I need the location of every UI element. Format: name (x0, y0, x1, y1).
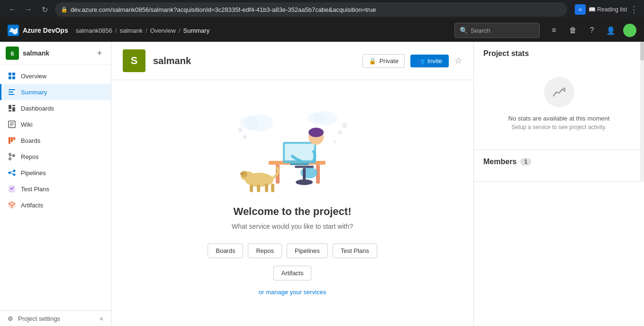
svg-point-18 (9, 153, 11, 155)
sidebar-item-boards[interactable]: Boards (0, 132, 111, 149)
svg-rect-47 (295, 166, 314, 168)
browser-nav-buttons: ← → ↻ (6, 3, 51, 16)
breadcrumb-project[interactable]: salmank (120, 27, 143, 34)
breadcrumb-org[interactable]: salmank0856 (76, 27, 112, 34)
svg-rect-15 (9, 137, 10, 144)
svg-rect-8 (9, 105, 11, 109)
members-label: Members (483, 158, 517, 166)
invite-icon: 👥 (417, 57, 425, 65)
forward-button[interactable]: → (22, 3, 35, 16)
sidebar-item-artifacts[interactable]: Artifacts (0, 197, 111, 213)
sidebar-item-summary[interactable]: Summary (0, 84, 111, 100)
main-layout: s salmank + Overview Summary (0, 42, 644, 326)
project-settings-label: Project settings (18, 315, 60, 322)
project-name-label: salmank (23, 49, 90, 57)
collapse-icon[interactable]: « (100, 315, 103, 322)
sidebar-item-repos[interactable]: Repos (0, 149, 111, 165)
search-box[interactable]: 🔍 Search (454, 23, 540, 38)
add-project-button[interactable]: + (94, 47, 105, 59)
svg-point-42 (240, 172, 244, 175)
manage-services-link[interactable]: or manage your services (259, 289, 326, 296)
svg-rect-5 (9, 89, 15, 90)
sidebar-item-label-wiki: Wiki (21, 121, 33, 128)
svg-rect-11 (12, 105, 15, 106)
browser-menu-button[interactable]: ⋮ (630, 4, 638, 15)
welcome-illustration (221, 99, 363, 194)
reload-button[interactable]: ↻ (38, 3, 51, 16)
address-bar[interactable]: 🔒 dev.azure.com/salmank0856/salmank?acqu… (55, 2, 567, 17)
project-stats-section: Project stats No stats are available at … (474, 42, 644, 150)
pipelines-service-button[interactable]: Pipelines (287, 243, 328, 258)
dashboards-icon (8, 104, 16, 112)
avatar[interactable] (623, 24, 636, 37)
breadcrumb: salmank0856 / salmank / Overview / Summa… (76, 27, 447, 34)
help-icon[interactable]: ? (585, 24, 599, 37)
svg-rect-34 (285, 144, 314, 160)
sidebar-item-label-dashboards: Dashboards (21, 105, 54, 112)
extensions-button[interactable]: » (575, 4, 586, 15)
invite-button[interactable]: 👥 Invite (410, 55, 449, 67)
azure-devops-logo[interactable]: Azure DevOps (8, 25, 68, 36)
svg-point-51 (342, 122, 347, 128)
artifacts-service-button[interactable]: Artifacts (273, 266, 312, 280)
project-avatar: s (6, 47, 19, 60)
main-content: S salmank 🔒 Private 👥 Invite ☆ (111, 42, 473, 326)
project-settings-button[interactable]: ⚙ Project settings « (0, 310, 111, 326)
back-button[interactable]: ← (6, 3, 19, 16)
svg-rect-43 (250, 185, 253, 192)
svg-rect-16 (11, 137, 13, 142)
sidebar-item-dashboards[interactable]: Dashboards (0, 100, 111, 116)
scrollbar-thumb[interactable] (640, 42, 644, 61)
gear-icon: ⚙ (8, 315, 13, 322)
svg-rect-7 (9, 94, 14, 95)
illustration-svg (221, 99, 363, 194)
svg-line-24 (10, 171, 13, 172)
svg-point-38 (308, 128, 324, 137)
star-button[interactable]: ☆ (454, 56, 462, 66)
notifications-icon[interactable]: ≡ (547, 24, 561, 37)
svg-line-25 (10, 173, 13, 174)
svg-rect-2 (12, 73, 15, 75)
svg-point-54 (238, 128, 243, 132)
sidebar-item-wiki[interactable]: Wiki (0, 116, 111, 132)
svg-rect-44 (257, 185, 260, 192)
reading-list-btn[interactable]: 📖 Reading list (589, 6, 627, 13)
sidebar-nav: Overview Summary Dashboards (0, 65, 111, 310)
browser-chrome: ← → ↻ 🔒 dev.azure.com/salmank0856/salman… (0, 0, 644, 19)
sidebar-item-label-boards: Boards (21, 137, 40, 144)
test-plans-service-button[interactable]: Test Plans (333, 243, 377, 258)
overview-icon (8, 72, 16, 80)
invite-label: Invite (427, 57, 442, 65)
browser-right-controls: » 📖 Reading list ⋮ (575, 4, 638, 15)
svg-point-22 (13, 170, 16, 172)
search-placeholder: Search (471, 27, 490, 34)
sidebar-item-test-plans[interactable]: Test Plans (0, 181, 111, 197)
sidebar-item-label-repos: Repos (21, 153, 39, 160)
account-icon[interactable]: 👤 (604, 24, 617, 37)
breadcrumb-overview[interactable]: Overview (150, 27, 176, 34)
basket-icon[interactable]: 🗑 (566, 24, 580, 37)
wiki-icon (8, 120, 16, 129)
service-buttons-row2: Artifacts (123, 266, 462, 280)
private-button[interactable]: 🔒 Private (363, 54, 404, 68)
svg-rect-17 (13, 137, 15, 140)
azure-devops-icon (8, 25, 19, 36)
sidebar-project-header: s salmank + (0, 42, 111, 65)
repos-service-button[interactable]: Repos (248, 243, 282, 258)
svg-point-19 (9, 158, 11, 160)
sidebar-item-overview[interactable]: Overview (0, 68, 111, 84)
pipelines-icon (8, 168, 16, 177)
svg-point-50 (338, 130, 342, 134)
welcome-title: Welcome to the project! (123, 205, 462, 218)
lock-icon: 🔒 (61, 6, 68, 13)
scrollbar-track[interactable] (640, 42, 644, 182)
top-nav: Azure DevOps salmank0856 / salmank / Ove… (0, 19, 644, 42)
sidebar-item-pipelines[interactable]: Pipelines (0, 165, 111, 181)
svg-rect-4 (12, 76, 15, 79)
boards-service-button[interactable]: Boards (208, 243, 243, 258)
url-text: dev.azure.com/salmank0856/salmank?acquis… (71, 6, 562, 13)
project-header: S salmank 🔒 Private 👥 Invite ☆ (111, 42, 473, 80)
repos-icon (8, 152, 16, 161)
search-icon: 🔍 (460, 27, 468, 34)
svg-point-49 (296, 179, 313, 185)
